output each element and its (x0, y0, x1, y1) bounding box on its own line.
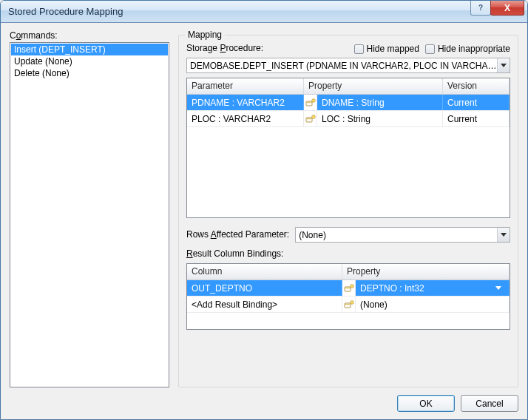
rows-affected-row: Rows Affected Parameter: (None) (186, 227, 510, 243)
property-icon (342, 280, 356, 296)
svg-rect-3 (306, 118, 312, 122)
svg-rect-7 (345, 288, 350, 288)
result-grid[interactable]: Column Property OUT_DEPTNODEPTNO : Int32… (186, 263, 510, 330)
ok-button[interactable]: OK (397, 395, 455, 412)
svg-rect-9 (345, 303, 351, 308)
result-grid-body: OUT_DEPTNODEPTNO : Int32<Add Result Bind… (187, 280, 510, 329)
commands-label: Commands: (10, 30, 169, 41)
property-icon (304, 111, 317, 126)
col-header-column[interactable]: Column (187, 264, 342, 280)
chevron-down-icon (497, 228, 510, 242)
commands-panel: Commands: Insert (DEPT_INSERT)Update (No… (10, 30, 169, 387)
dialog-window: Stored Procedure Mapping ? X Commands: I… (0, 0, 528, 420)
storage-proc-row: Storage Procedure: Hide mapped Hide inap… (186, 43, 510, 55)
hide-inappropriate-checkbox[interactable]: Hide inappropriate (425, 44, 510, 54)
parameter-grid-body: PDNAME : VARCHAR2DNAME : StringCurrentPL… (187, 95, 510, 217)
chevron-down-icon[interactable] (493, 286, 504, 291)
hide-mapped-checkbox[interactable]: Hide mapped (354, 44, 419, 54)
chevron-down-icon (497, 58, 510, 72)
property-icon (304, 95, 317, 110)
result-grid-row[interactable]: <Add Result Binding>(None) (187, 297, 510, 313)
rows-affected-label: Rows Affected Parameter: (186, 229, 289, 240)
cancel-button[interactable]: Cancel (461, 395, 518, 412)
main-columns: Commands: Insert (DEPT_INSERT)Update (No… (10, 30, 518, 387)
col-header-version[interactable]: Version (443, 78, 510, 94)
checkbox-box-icon (354, 44, 364, 54)
cell-property[interactable]: DNAME : String (317, 95, 443, 110)
cell-version[interactable]: Current (443, 111, 510, 126)
checkbox-box-icon (425, 44, 435, 54)
svg-rect-1 (307, 102, 311, 103)
commands-list-item[interactable]: Delete (None) (11, 67, 168, 79)
result-grid-row[interactable]: OUT_DEPTNODEPTNO : Int32 (187, 280, 510, 297)
svg-point-11 (350, 300, 353, 304)
cell-column[interactable]: <Add Result Binding> (187, 297, 342, 312)
result-grid-header: Column Property (187, 264, 510, 280)
cell-parameter: PLOC : VARCHAR2 (187, 111, 304, 126)
client-area: Commands: Insert (DEPT_INSERT)Update (No… (1, 23, 527, 419)
parameter-grid-row[interactable]: PDNAME : VARCHAR2DNAME : StringCurrent (187, 95, 510, 111)
property-icon (342, 297, 356, 312)
col-header-property[interactable]: Property (304, 78, 443, 94)
storage-proc-value: DEMOBASE.DEPT_INSERT (PDNAME IN VARCHAR2… (190, 61, 497, 71)
parameter-grid-row[interactable]: PLOC : VARCHAR2LOC : StringCurrent (187, 111, 510, 127)
cell-property-text: (None) (360, 299, 504, 310)
cell-property[interactable]: LOC : String (317, 111, 443, 126)
svg-rect-4 (307, 118, 311, 119)
close-button[interactable]: X (490, 1, 524, 16)
hide-mapped-label: Hide mapped (367, 44, 419, 54)
col-header-parameter[interactable]: Parameter (187, 78, 304, 94)
commands-list-item[interactable]: Update (None) (11, 55, 168, 67)
svg-rect-6 (345, 287, 351, 291)
svg-point-8 (350, 284, 353, 288)
help-button[interactable]: ? (470, 1, 491, 16)
close-icon: X (504, 3, 510, 13)
cell-property[interactable]: (None) (356, 297, 510, 312)
dialog-button-row: OK Cancel (10, 387, 518, 412)
window-controls: ? X (471, 1, 524, 16)
parameter-grid[interactable]: Parameter Property Version PDNAME : VARC… (186, 78, 510, 218)
commands-list-item[interactable]: Insert (DEPT_INSERT) (11, 44, 168, 55)
storage-proc-label: Storage Procedure: (186, 43, 348, 53)
storage-proc-combo[interactable]: DEMOBASE.DEPT_INSERT (PDNAME IN VARCHAR2… (186, 58, 510, 73)
title-bar[interactable]: Stored Procedure Mapping ? X (1, 1, 527, 23)
col-header-property[interactable]: Property (342, 264, 510, 280)
parameter-grid-header: Parameter Property Version (187, 78, 510, 95)
cell-property[interactable]: DEPTNO : Int32 (356, 280, 510, 296)
cell-parameter: PDNAME : VARCHAR2 (187, 95, 304, 110)
mapping-group-title: Mapping (185, 30, 225, 40)
cell-column[interactable]: OUT_DEPTNO (187, 280, 342, 296)
svg-rect-10 (345, 304, 350, 305)
cell-property-text: DEPTNO : Int32 (360, 283, 493, 294)
result-bindings-label: Result Column Bindings: (186, 248, 510, 259)
svg-point-2 (311, 98, 315, 102)
cell-version[interactable]: Current (443, 95, 510, 110)
hide-inappropriate-label: Hide inappropriate (438, 44, 510, 54)
window-title: Stored Procedure Mapping (8, 6, 123, 17)
svg-rect-0 (306, 101, 312, 106)
svg-point-5 (311, 115, 315, 118)
mapping-group: Mapping Storage Procedure: Hide mapped H… (178, 35, 518, 387)
mapping-panel: Mapping Storage Procedure: Hide mapped H… (178, 30, 518, 387)
rows-affected-combo[interactable]: (None) (295, 227, 510, 243)
rows-affected-value: (None) (299, 230, 497, 240)
help-icon: ? (478, 4, 483, 12)
commands-listbox[interactable]: Insert (DEPT_INSERT)Update (None)Delete … (10, 42, 169, 387)
